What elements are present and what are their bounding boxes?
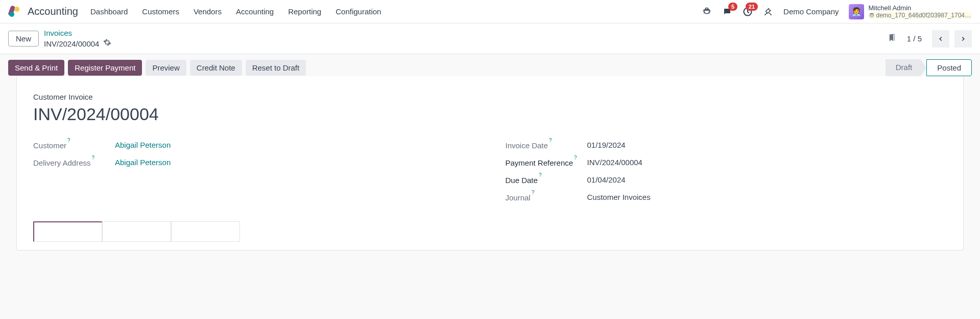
preview-button[interactable]: Preview — [146, 60, 186, 76]
menu-customers[interactable]: Customers — [142, 7, 179, 16]
menu-dashboard[interactable]: Dashboard — [90, 7, 128, 16]
svg-point-2 — [14, 7, 19, 12]
user-name: Mitchell Admin — [868, 4, 972, 12]
payment-reference-label: Payment Reference? — [506, 158, 587, 167]
debug-icon[interactable] — [702, 7, 712, 17]
user-database: demo_170_646d0f203987_1704… — [868, 12, 972, 19]
svg-point-4 — [870, 13, 874, 15]
pager-prev-button[interactable] — [932, 30, 949, 48]
payment-reference-value[interactable]: INV/2024/00004 — [587, 158, 642, 167]
activities-icon[interactable]: 21 — [743, 7, 753, 17]
help-icon[interactable]: ? — [532, 190, 535, 195]
svg-point-1 — [9, 12, 14, 17]
user-menu[interactable]: 🧑‍💼 Mitchell Admin demo_170_646d0f203987… — [849, 4, 972, 19]
due-date-label: Due Date? — [506, 175, 587, 185]
help-icon[interactable]: ? — [67, 138, 70, 143]
delivery-address-label: Delivery Address? — [33, 158, 115, 167]
invoice-date-label: Invoice Date? — [506, 141, 587, 150]
breadcrumb: Invoices INV/2024/00004 — [44, 28, 111, 50]
messages-badge: 5 — [728, 3, 737, 11]
tab-journal-items[interactable] — [102, 221, 171, 242]
pager: 1 / 5 — [888, 30, 972, 48]
form-right-column: Invoice Date? 01/19/2024 Payment Referen… — [506, 136, 947, 206]
due-date-value[interactable]: 01/04/2024 — [587, 175, 626, 185]
company-switcher[interactable]: Demo Company — [783, 7, 839, 16]
breadcrumb-parent[interactable]: Invoices — [44, 28, 111, 38]
tabs-container — [33, 221, 947, 242]
menu-reporting[interactable]: Reporting — [288, 7, 321, 16]
credit-note-button[interactable]: Credit Note — [190, 60, 242, 76]
invoice-date-value[interactable]: 01/19/2024 — [587, 141, 626, 150]
status-bar: Draft Posted — [886, 59, 972, 76]
send-print-button[interactable]: Send & Print — [8, 60, 64, 76]
pager-next-button[interactable] — [954, 30, 972, 48]
gear-icon[interactable] — [103, 38, 111, 50]
tools-icon[interactable] — [763, 7, 773, 17]
customer-label: Customer? — [33, 141, 115, 150]
delivery-address-value[interactable]: Abigail Peterson — [115, 158, 171, 167]
tab-other-info[interactable] — [171, 221, 240, 242]
tab-invoice-lines[interactable] — [33, 221, 102, 242]
menu-accounting[interactable]: Accounting — [236, 7, 274, 16]
avatar: 🧑‍💼 — [849, 4, 864, 19]
navbar-menu: Dashboard Customers Vendors Accounting R… — [90, 7, 702, 16]
record-name: INV/2024/00004 — [33, 104, 947, 124]
help-icon[interactable]: ? — [539, 172, 542, 178]
breadcrumb-current: INV/2024/00004 — [44, 38, 111, 50]
breadcrumb-bar: New Invoices INV/2024/00004 1 / 5 — [0, 24, 980, 54]
reset-draft-button[interactable]: Reset to Draft — [246, 60, 306, 76]
menu-vendors[interactable]: Vendors — [194, 7, 222, 16]
new-button[interactable]: New — [8, 31, 39, 47]
user-info: Mitchell Admin demo_170_646d0f203987_170… — [868, 4, 972, 19]
activities-badge: 21 — [746, 3, 758, 11]
help-icon[interactable]: ? — [549, 138, 552, 143]
app-logo[interactable] — [8, 6, 20, 18]
menu-configuration[interactable]: Configuration — [336, 7, 381, 16]
messages-icon[interactable]: 5 — [722, 7, 732, 17]
journal-label: Journal? — [506, 193, 587, 202]
help-icon[interactable]: ? — [92, 155, 95, 161]
form-left-column: Customer? Abigail Peterson Delivery Addr… — [33, 136, 475, 206]
pager-text: 1 / 5 — [907, 34, 922, 43]
bookmark-icon[interactable] — [888, 32, 897, 45]
navbar-right: 5 21 Demo Company 🧑‍💼 Mitchell Admin dem… — [702, 4, 972, 19]
main-navbar: Accounting Dashboard Customers Vendors A… — [0, 0, 980, 24]
action-bar: Send & Print Register Payment Preview Cr… — [8, 59, 972, 76]
status-posted[interactable]: Posted — [926, 59, 972, 76]
record-type-label: Customer Invoice — [33, 93, 947, 101]
register-payment-button[interactable]: Register Payment — [68, 60, 142, 76]
status-draft[interactable]: Draft — [886, 59, 927, 76]
help-icon[interactable]: ? — [574, 155, 577, 161]
form-sheet: Customer Invoice INV/2024/00004 Customer… — [16, 76, 964, 250]
app-name[interactable]: Accounting — [28, 6, 78, 17]
customer-value[interactable]: Abigail Peterson — [115, 141, 171, 150]
journal-value[interactable]: Customer Invoices — [587, 193, 651, 202]
